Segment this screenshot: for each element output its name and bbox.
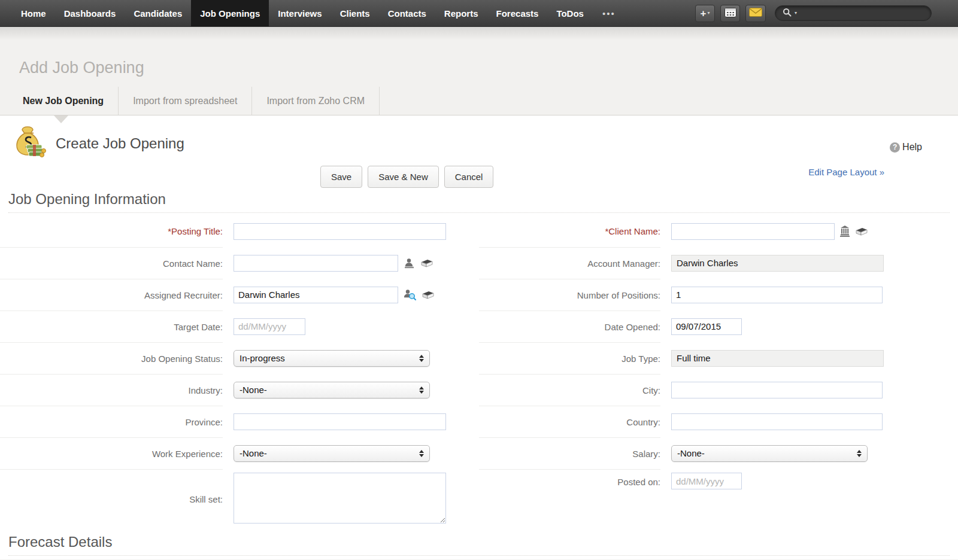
work-experience-select[interactable]: -None-	[234, 445, 430, 462]
city-label: City:	[479, 374, 660, 406]
job-opening-status-label: Job Opening Status:	[0, 342, 223, 374]
industry-value: -None-	[240, 385, 267, 395]
select-arrows-icon	[852, 450, 862, 457]
section-title-job-opening-information: Job Opening Information	[8, 191, 950, 213]
nav-item-todos[interactable]: ToDos	[547, 0, 593, 26]
calendar-icon	[724, 7, 736, 20]
skill-set-label: Skill set:	[0, 469, 223, 529]
save-button[interactable]: Save	[320, 166, 362, 188]
posting-title-label: *Posting Title:	[0, 215, 223, 247]
quick-add-button[interactable]: + ▾	[695, 5, 715, 22]
industry-label: Industry:	[0, 374, 223, 406]
account-manager-field: Darwin Charles	[671, 255, 884, 272]
salary-label: Salary:	[479, 437, 660, 469]
client-lookup-icon[interactable]	[840, 226, 850, 237]
nav-shadow	[0, 27, 958, 40]
job-type-field: Full time	[671, 350, 884, 367]
province-label: Province:	[0, 406, 223, 437]
nav-item-clients[interactable]: Clients	[331, 0, 379, 26]
contact-name-input[interactable]	[234, 255, 398, 272]
job-opening-status-value: In-progress	[240, 353, 285, 363]
help-button[interactable]: ? Help	[890, 142, 922, 153]
search-caret-icon: ▾	[795, 11, 797, 16]
tab-import-from-zoho-crm[interactable]: Import from Zoho CRM	[252, 87, 380, 115]
nav-item-job-openings[interactable]: Job Openings	[191, 0, 269, 26]
section-title-forecast-details: Forecast Details	[8, 534, 950, 556]
number-of-positions-input[interactable]	[671, 287, 883, 303]
country-input[interactable]	[671, 413, 883, 430]
job-opening-status-select[interactable]: In-progress	[234, 350, 430, 367]
target-date-label: Target Date:	[0, 311, 223, 342]
assigned-recruiter-input[interactable]	[234, 287, 398, 303]
nav-item-home[interactable]: Home	[12, 0, 55, 26]
client-name-input[interactable]	[671, 223, 835, 240]
content-panel: Create Job Opening ? Help Edit Page Layo…	[0, 115, 958, 559]
nav-item-candidates[interactable]: Candidates	[125, 0, 191, 26]
nav-item-dashboards[interactable]: Dashboards	[55, 0, 125, 26]
tab-strip: New Job Opening Import from spreadsheet …	[0, 87, 958, 115]
top-nav: Home Dashboards Candidates Job Openings …	[0, 0, 958, 27]
global-search-input[interactable]: ▾	[775, 5, 932, 21]
page-title: Add Job Opening	[19, 58, 958, 77]
industry-select[interactable]: -None-	[234, 382, 430, 398]
eraser-icon[interactable]	[420, 259, 433, 267]
work-experience-value: -None-	[240, 448, 267, 458]
nav-item-interviews[interactable]: Interviews	[269, 0, 331, 26]
date-opened-input[interactable]	[671, 318, 742, 335]
number-of-positions-label: Number of Positions:	[479, 279, 660, 311]
contact-name-label: Contact Name:	[0, 247, 223, 279]
date-opened-label: Date Opened:	[479, 311, 660, 342]
work-experience-label: Work Experience:	[0, 437, 223, 469]
account-manager-label: Account Manager:	[479, 247, 660, 279]
select-arrows-icon	[414, 355, 424, 362]
select-arrows-icon	[414, 450, 424, 457]
chevron-down-icon: ▾	[707, 11, 710, 16]
salary-select[interactable]: -None-	[671, 445, 868, 462]
record-title: Create Job Opening	[56, 135, 184, 152]
nav-item-reports[interactable]: Reports	[435, 0, 487, 26]
mail-button[interactable]	[745, 5, 766, 22]
posting-title-input[interactable]	[234, 223, 446, 240]
eraser-icon[interactable]	[422, 291, 434, 299]
nav-item-contacts[interactable]: Contacts	[379, 0, 435, 26]
job-type-label: Job Type:	[479, 342, 660, 374]
nav-item-forecasts[interactable]: Forecasts	[487, 0, 548, 26]
job-opening-form: *Posting Title: Contact Name:	[0, 215, 958, 529]
active-tab-caret-icon	[54, 115, 68, 123]
help-label: Help	[902, 142, 922, 153]
tab-new-job-opening[interactable]: New Job Opening	[8, 87, 119, 115]
record-header: Create Job Opening	[0, 115, 958, 162]
assigned-recruiter-label: Assigned Recruiter:	[0, 279, 223, 311]
plus-icon: +	[701, 8, 707, 19]
save-and-new-button[interactable]: Save & New	[368, 166, 439, 188]
eraser-icon[interactable]	[855, 227, 868, 236]
salary-value: -None-	[677, 448, 705, 458]
posted-on-input[interactable]	[671, 473, 742, 489]
select-arrows-icon	[414, 386, 424, 394]
nav-overflow-button[interactable]: •••	[593, 0, 625, 26]
target-date-input[interactable]	[234, 318, 305, 335]
city-input[interactable]	[671, 382, 883, 398]
posted-on-label: Posted on:	[479, 469, 660, 529]
edit-page-layout-link[interactable]: Edit Page Layout »	[808, 167, 884, 177]
tab-import-from-spreadsheet[interactable]: Import from spreadsheet	[119, 87, 252, 115]
cancel-button[interactable]: Cancel	[444, 166, 494, 188]
search-icon	[783, 8, 792, 19]
country-label: Country:	[479, 406, 660, 437]
contact-lookup-icon[interactable]	[404, 258, 415, 269]
mail-icon	[749, 8, 762, 19]
nav-tools: + ▾	[695, 0, 958, 26]
calendar-button[interactable]	[720, 5, 740, 22]
province-input[interactable]	[234, 413, 446, 430]
client-name-label: *Client Name:	[479, 215, 660, 247]
money-bag-icon	[12, 126, 47, 161]
form-right-column: *Client Name:	[479, 215, 958, 529]
skill-set-textarea[interactable]	[234, 473, 446, 524]
user-lookup-icon[interactable]	[404, 289, 416, 300]
form-left-column: *Posting Title: Contact Name:	[0, 215, 479, 529]
help-icon: ?	[890, 142, 900, 153]
